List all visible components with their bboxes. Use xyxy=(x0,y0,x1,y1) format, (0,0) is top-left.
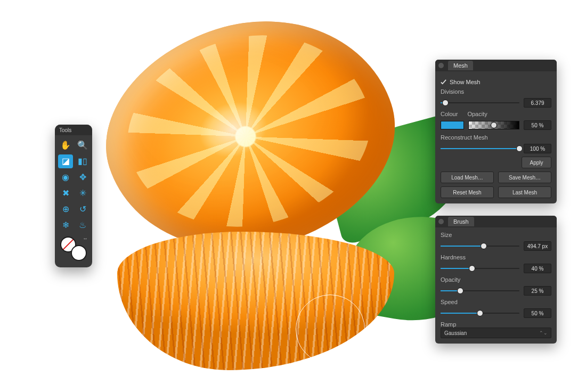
tools-panel: Tools ✋🔍◪▮▯◉✥✖✳⊕↺❄♨ ↔ xyxy=(55,125,92,267)
ramp-label: Ramp xyxy=(441,321,551,328)
zoom-tool-icon: 🔍 xyxy=(77,141,88,150)
chevron-updown-icon: ⌃⌄ xyxy=(539,330,548,336)
size-label: Size xyxy=(441,232,551,238)
brush-opacity-value[interactable]: 25 % xyxy=(524,286,551,296)
canvas-artwork xyxy=(85,3,437,386)
divisions-label: Divisions xyxy=(441,88,551,95)
opacity-label: Opacity xyxy=(467,111,487,117)
hardness-slider[interactable] xyxy=(441,268,519,269)
foreground-color-well[interactable] xyxy=(71,245,87,261)
speed-label: Speed xyxy=(441,299,551,305)
mesh-colour-swatch[interactable] xyxy=(441,121,464,129)
liquify-mirror-tool-icon: ▮▯ xyxy=(78,157,87,166)
hardness-value[interactable]: 40 % xyxy=(524,264,551,273)
liquify-push-tool[interactable]: ◪ xyxy=(58,154,73,168)
ramp-select[interactable]: Gaussian ⌃⌄ xyxy=(441,328,551,338)
turbulence-tool[interactable]: ✳ xyxy=(75,186,90,200)
mesh-opacity-slider[interactable] xyxy=(468,121,519,129)
reconstruct-value[interactable]: 100 % xyxy=(524,144,551,153)
swap-colors-icon[interactable]: ↔ xyxy=(83,235,88,241)
thaw-tool-icon: ♨ xyxy=(79,221,86,230)
size-value[interactable]: 494.7 px xyxy=(524,241,551,251)
reconstruct-label: Reconstruct Mesh xyxy=(441,134,551,141)
colour-label: Colour xyxy=(441,111,458,117)
pinch-tool[interactable]: ✥ xyxy=(75,170,90,184)
size-slider[interactable] xyxy=(441,246,519,247)
close-icon[interactable] xyxy=(438,219,444,224)
load-mesh-button[interactable]: Load Mesh… xyxy=(441,172,494,183)
hand-tool[interactable]: ✋ xyxy=(58,138,73,152)
turbulence-tool-icon: ✳ xyxy=(79,189,86,198)
liquify-push-tool-icon: ◪ xyxy=(62,157,70,166)
brush-panel: Brush Size 494.7 px Hardness 40 % Opacit… xyxy=(435,216,557,344)
apply-button[interactable]: Apply xyxy=(522,157,551,168)
zoom-tool[interactable]: 🔍 xyxy=(75,138,90,152)
speed-slider[interactable] xyxy=(441,313,519,314)
orange-slice xyxy=(79,0,421,287)
reset-mesh-button[interactable]: Reset Mesh xyxy=(441,186,494,198)
brush-opacity-label: Opacity xyxy=(441,276,551,283)
show-mesh-label: Show Mesh xyxy=(450,79,480,85)
reconstruct-tool-icon: ↺ xyxy=(79,205,86,214)
freeze-tool[interactable]: ❄ xyxy=(58,218,73,232)
mesh-tool-icon: ⊕ xyxy=(62,205,69,214)
hand-tool-icon: ✋ xyxy=(60,141,71,150)
hardness-label: Hardness xyxy=(441,254,551,260)
tab-mesh[interactable]: Mesh xyxy=(448,61,473,70)
liquify-melt xyxy=(117,232,394,370)
save-mesh-button[interactable]: Save Mesh… xyxy=(498,172,551,183)
mesh-tool[interactable]: ⊕ xyxy=(58,202,73,216)
divisions-value[interactable]: 6.379 xyxy=(524,98,551,108)
liquify-mirror-tool[interactable]: ▮▯ xyxy=(75,154,90,168)
brush-cursor-outline xyxy=(296,295,365,364)
speed-value[interactable]: 50 % xyxy=(524,308,551,318)
punch-tool[interactable]: ✖ xyxy=(58,186,73,200)
reconstruct-tool[interactable]: ↺ xyxy=(75,202,90,216)
last-mesh-button[interactable]: Last Mesh xyxy=(498,186,551,198)
brush-opacity-slider[interactable] xyxy=(441,290,519,291)
divisions-slider[interactable] xyxy=(441,102,519,103)
reconstruct-slider[interactable] xyxy=(441,148,519,149)
show-mesh-checkbox[interactable]: Show Mesh xyxy=(441,79,480,85)
tab-brush[interactable]: Brush xyxy=(448,217,474,226)
punch-tool-icon: ✖ xyxy=(62,189,69,198)
thaw-tool[interactable]: ♨ xyxy=(75,218,90,232)
pinch-tool-icon: ✥ xyxy=(79,173,86,182)
ramp-value: Gaussian xyxy=(444,330,467,336)
color-wells[interactable]: ↔ xyxy=(60,236,87,261)
twirl-tool[interactable]: ◉ xyxy=(58,170,73,184)
twirl-tool-icon: ◉ xyxy=(62,173,69,182)
tools-panel-title: Tools xyxy=(55,125,92,135)
mesh-panel: Mesh Show Mesh Divisions 6.379 Colour Op… xyxy=(435,60,557,203)
freeze-tool-icon: ❄ xyxy=(62,221,69,230)
mesh-opacity-value[interactable]: 50 % xyxy=(524,120,551,130)
close-icon[interactable] xyxy=(438,63,444,68)
